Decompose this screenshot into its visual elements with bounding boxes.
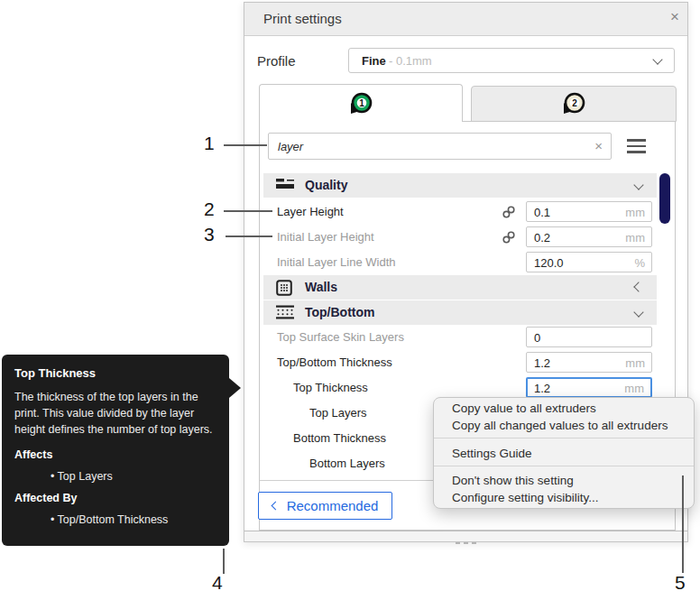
row-initial-layer-height: Initial Layer Height 0.2 mm — [263, 225, 657, 250]
row-top-bottom-thickness: Top/Bottom Thickness 1.2 mm — [263, 350, 657, 375]
chevron-left-icon — [633, 282, 643, 291]
annotation-4-line — [223, 549, 225, 574]
clear-search-icon[interactable]: × — [594, 138, 603, 153]
top-bottom-icon — [276, 305, 294, 319]
menu-separator — [434, 466, 694, 466]
menu-item-configure-visibility[interactable]: Configure setting visibility... — [434, 491, 694, 504]
setting-unit: mm — [625, 206, 645, 219]
setting-unit: mm — [625, 231, 645, 245]
setting-label: Initial Layer Line Width — [277, 250, 396, 275]
setting-label: Bottom Thickness — [293, 426, 386, 451]
tooltip-affects-heading: Affects — [14, 448, 216, 461]
annotation-5: 5 — [675, 572, 686, 594]
setting-label: Initial Layer Height — [277, 225, 374, 250]
panel-title: Print settings — [263, 11, 342, 26]
section-walls-label: Walls — [305, 280, 337, 294]
setting-label: Layer Height — [277, 199, 344, 225]
setting-label: Top Thickness — [293, 375, 368, 401]
quality-icon — [276, 178, 294, 192]
setting-label: Top Layers — [309, 401, 367, 426]
screenshot-stage: Print settings × Profile Fine - 0.1mm 1 … — [0, 0, 700, 600]
setting-value-field[interactable]: 0.1 mm — [526, 201, 652, 222]
menu-separator — [434, 438, 694, 438]
annotation-3: 3 — [204, 224, 215, 245]
setting-value-field[interactable]: 120.0 % — [526, 252, 652, 272]
tab-extruder-1[interactable]: 1 — [259, 84, 463, 122]
setting-label: Bottom Layers — [309, 451, 385, 476]
section-top-bottom[interactable]: Top/Bottom — [263, 300, 657, 325]
profile-suffix: - 0.1mm — [389, 54, 432, 68]
menu-item-copy-all-changed[interactable]: Copy all changed values to all extruders — [434, 419, 694, 432]
annotation-3-line — [226, 235, 272, 237]
setting-unit: % — [634, 256, 645, 270]
setting-value-field-focused[interactable]: 1.2 mm — [526, 377, 652, 398]
setting-label: Top Surface Skin Layers — [277, 325, 404, 350]
menu-item-copy-value[interactable]: Copy value to all extruders — [434, 402, 694, 415]
tooltip-affects-item: • Top Layers — [14, 470, 216, 483]
recommended-button[interactable]: Recommended — [258, 492, 392, 520]
profile-dropdown[interactable]: Fine - 0.1mm — [348, 48, 675, 73]
search-text: layer — [278, 140, 303, 153]
tooltip-affected-by-item: • Top/Bottom Thickness — [14, 513, 216, 526]
scrollbar-thumb[interactable] — [659, 173, 670, 224]
section-top-bottom-label: Top/Bottom — [305, 305, 375, 319]
context-menu: Copy value to all extruders Copy all cha… — [433, 397, 695, 509]
setting-value: 0.1 — [534, 206, 550, 219]
annotation-4: 4 — [212, 572, 223, 594]
recommended-label: Recommended — [287, 498, 379, 513]
setting-unit: mm — [624, 382, 644, 395]
extruder-2-icon: 2 — [560, 90, 587, 117]
setting-value: 0 — [534, 331, 540, 345]
annotation-1: 1 — [204, 133, 215, 154]
setting-value-field[interactable]: 1.2 mm — [526, 352, 652, 373]
search-input[interactable]: layer × — [268, 133, 612, 160]
chevron-down-icon — [633, 307, 643, 317]
walls-icon — [276, 280, 292, 296]
chevron-down-icon — [652, 54, 662, 64]
row-top-surface-skin-layers: Top Surface Skin Layers 0 — [263, 325, 657, 350]
row-initial-layer-line-width: Initial Layer Line Width 120.0 % — [263, 250, 657, 275]
tab-extruder-2[interactable]: 2 — [471, 86, 677, 122]
annotation-2-line — [224, 210, 272, 212]
annotation-1-line — [224, 144, 267, 146]
link-icon — [502, 230, 516, 245]
setting-value-field[interactable]: 0.2 mm — [526, 226, 652, 247]
setting-value: 0.2 — [534, 231, 550, 245]
setting-value-field[interactable]: 0 — [526, 327, 652, 347]
section-walls[interactable]: Walls — [263, 275, 657, 300]
setting-label: Top/Bottom Thickness — [277, 350, 392, 375]
setting-tooltip: Top Thickness The thickness of the top l… — [2, 355, 229, 546]
tooltip-title: Top Thickness — [14, 366, 216, 380]
setting-value: 120.0 — [534, 256, 564, 270]
profile-value: Fine — [362, 54, 386, 68]
tooltip-affected-by-heading: Affected By — [14, 492, 216, 504]
section-quality-label: Quality — [305, 178, 347, 192]
extruder-1-number: 1 — [359, 97, 364, 107]
extruder-2-number: 2 — [572, 98, 577, 108]
profile-label: Profile — [257, 53, 296, 69]
extruder-1-icon: 1 — [347, 90, 374, 117]
panel-resize-handle[interactable] — [244, 531, 687, 541]
link-icon — [502, 205, 516, 219]
annotation-5-line — [682, 475, 684, 573]
chevron-left-icon — [271, 502, 280, 511]
menu-item-dont-show[interactable]: Don't show this setting — [434, 474, 694, 487]
row-layer-height: Layer Height 0.1 mm — [263, 199, 657, 225]
section-quality[interactable]: Quality — [263, 173, 657, 198]
setting-unit: mm — [625, 356, 645, 370]
annotation-2: 2 — [204, 198, 215, 220]
menu-item-settings-guide[interactable]: Settings Guide — [434, 447, 694, 460]
close-icon[interactable]: × — [666, 8, 684, 26]
tooltip-arrow — [229, 378, 241, 398]
setting-value: 1.2 — [534, 382, 550, 395]
setting-value: 1.2 — [534, 356, 550, 370]
tooltip-description: The thickness of the top layers in the p… — [14, 390, 216, 438]
chevron-down-icon — [633, 180, 643, 189]
settings-menu-icon[interactable] — [627, 139, 646, 157]
